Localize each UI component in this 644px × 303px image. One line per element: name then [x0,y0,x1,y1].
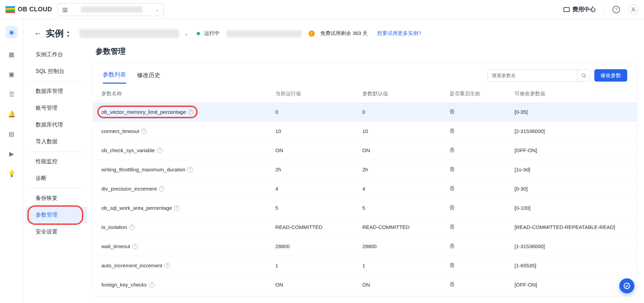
info-icon[interactable]: ? [188,109,194,115]
assist-fab[interactable] [619,278,634,293]
table-row[interactable]: ob_sql_work_area_percentage?55否[0-100] [93,198,637,218]
search-wrap [487,69,590,82]
cell-restart: 否 [441,256,506,275]
svg-line-2 [585,76,586,77]
info-icon[interactable]: ? [174,205,179,211]
sidebar-item-accounts[interactable]: 账号管理 [26,100,87,117]
trial-text: 免费试用剩余 363 天 [320,30,368,37]
info-icon[interactable]: ? [159,186,164,192]
svg-point-0 [632,8,634,9]
modify-params-button[interactable]: 修改参数 [594,69,627,82]
rail-video-icon[interactable]: ▶ [8,150,15,158]
table-row[interactable]: div_precision_increment?44否[0-30] [93,179,637,198]
cell-default: 1 [354,256,441,275]
search-input[interactable] [488,70,577,81]
cell-range: [0-35] [506,102,637,122]
trial-more-link[interactable]: 想要试用更多实例? [377,30,421,37]
sidebar-item-proxy[interactable]: 数据库代理 [26,117,87,133]
cell-default: ON [354,275,441,294]
cell-range: [OFF-ON] [506,141,637,160]
instance-sidebar: 实例工作台 SQL 控制台 数据库管理 账号管理 数据库代理 导入数据 性能监控… [23,44,90,303]
instance-name-redacted [81,7,143,13]
table-row[interactable]: wait_timeout?2880028800否[1-31536000] [93,237,637,256]
table-row[interactable]: auto_increment_increment?11否[1-65535] [93,256,637,275]
instance-id-redacted [79,29,179,38]
table-row[interactable]: ob_vector_memory_limit_percentage?00否[0-… [93,102,637,122]
chevron-down-icon[interactable]: ⌄ [184,31,188,36]
cell-default: 28800 [354,237,441,256]
table-row[interactable]: ob_check_sys_variable?ONON否[OFF-ON] [93,141,637,160]
info-icon[interactable]: ? [149,282,154,288]
param-name: writing_throttling_maximum_duration [101,167,185,172]
sidebar-item-sql-console[interactable]: SQL 控制台 [26,63,87,80]
cell-current: 10 [267,122,354,141]
cell-current: 4 [267,179,354,198]
cell-default: READ-COMMITTED [354,218,441,237]
table-row[interactable]: connect_timeout?1010否[2-31536000] [93,122,637,141]
cell-range: [0-100] [506,198,637,218]
user-avatar[interactable] [628,4,639,15]
sidebar-item-import[interactable]: 导入数据 [26,133,87,150]
table-row[interactable]: tx_isolation?READ-COMMITTEDREAD-COMMITTE… [93,218,637,237]
instance-selector[interactable]: 🏢 ⌄ [58,3,164,16]
rail-alerts-icon[interactable]: 🔔 [8,110,15,118]
cell-range: [2-31536000] [506,122,637,141]
col-restart: 是否重启生效 [441,85,506,102]
cell-restart: 否 [441,160,506,179]
rail-instances-icon[interactable]: ◉ [5,26,18,38]
cell-current: READ-COMMITTED [267,218,354,237]
param-name: auto_increment_increment [101,263,162,268]
col-range: 可修改参数值 [506,85,637,102]
help-icon[interactable]: ? [612,6,620,13]
rail-bulb-icon[interactable]: 💡 [8,170,15,178]
cell-range: [1-31536000] [506,237,637,256]
info-icon[interactable]: ? [164,263,170,268]
building-icon: 🏢 [62,7,68,12]
info-icon[interactable]: ? [157,148,162,153]
info-icon[interactable]: ? [187,167,193,172]
cell-range: [0-30] [506,179,637,198]
cell-restart: 否 [441,237,506,256]
divider [30,81,83,82]
search-button[interactable] [577,70,590,81]
rail-docs-icon[interactable]: ▤ [8,130,15,138]
status-text: 运行中 [204,30,220,37]
back-arrow-icon[interactable]: ← [34,29,42,38]
sidebar-item-databases[interactable]: 数据库管理 [26,83,87,100]
param-name: div_precision_increment [101,186,157,192]
cell-default: ON [354,141,441,160]
sidebar-item-diagnose[interactable]: 诊断 [26,170,87,187]
status-dot-icon [197,32,200,35]
info-icon[interactable]: ? [132,244,138,249]
tab-history[interactable]: 修改历史 [137,71,160,83]
tab-param-list[interactable]: 参数列表 [103,71,126,84]
cell-range: [1s-3d] [506,160,637,179]
parameters-table: 参数名称 当前运行值 参数默认值 是否重启生效 可修改参数值 ob_vector… [93,85,637,294]
brand-text: OB CLOUD [18,6,52,13]
rail-settings-icon[interactable]: ☰ [8,90,15,98]
cell-default: 5 [354,198,441,218]
table-row[interactable]: foreign_key_checks?ONON否[OFF-ON] [93,275,637,294]
logo-icon [5,6,15,13]
divider [30,152,83,152]
rail-resources-icon[interactable]: ▣ [8,71,15,78]
param-name: ob_vector_memory_limit_percentage [101,109,186,115]
param-name: foreign_key_checks [101,282,147,288]
cell-restart: 否 [441,122,506,141]
cell-current: ON [267,141,354,160]
cell-range: [OFF-ON] [506,275,637,294]
sidebar-item-performance[interactable]: 性能监控 [26,153,87,170]
param-name: ob_check_sys_variable [101,147,155,153]
billing-link[interactable]: 费用中心 [564,5,596,13]
sidebar-item-workbench[interactable]: 实例工作台 [26,46,87,63]
chevron-down-icon: ⌄ [155,7,159,12]
info-icon[interactable]: ? [141,129,147,134]
sidebar-item-security[interactable]: 安全设置 [26,223,87,240]
sidebar-item-parameters[interactable]: 参数管理 [26,207,87,223]
rail-dashboard-icon[interactable]: ▦ [8,51,15,58]
param-name: tx_isolation [101,224,127,230]
table-row[interactable]: writing_throttling_maximum_duration?2h2h… [93,160,637,179]
sidebar-item-backup[interactable]: 备份恢复 [26,190,87,207]
info-icon[interactable]: ? [129,225,135,230]
tabs-row: 参数列表 修改历史 修改参数 [93,63,637,85]
